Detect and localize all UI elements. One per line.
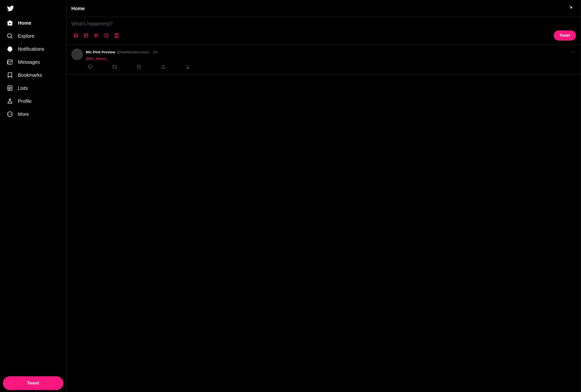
tweet-username: @NotARealAccount — [117, 50, 149, 54]
heart-icon — [136, 64, 142, 69]
analytics-button[interactable] — [184, 63, 192, 70]
lists-icon — [7, 85, 13, 91]
tweet-header: Mic Pink Preview @NotARealAccount · 2m ·… — [86, 48, 576, 55]
twitter-bird-icon — [7, 5, 14, 12]
sidebar-item-bookmarks-label: Bookmarks — [18, 72, 42, 78]
tweet-body: @Kit_Mason_ — [86, 56, 576, 61]
sidebar-item-home-label: Home — [18, 20, 32, 26]
schedule-tool-button[interactable] — [112, 31, 121, 40]
sidebar-item-messages-label: Messages — [18, 59, 40, 65]
share-button[interactable] — [159, 63, 168, 70]
bookmark-icon — [7, 72, 13, 78]
tweet-meta: Mic Pink Preview @NotARealAccount · 2m — [86, 50, 158, 54]
tweet-actions — [86, 63, 192, 70]
main-nav: Home Explore Notifications Messages — [3, 17, 63, 373]
sidebar-item-profile[interactable]: Profile — [3, 95, 36, 107]
compose-tools — [71, 31, 121, 40]
compose-toolbar: Tweet — [71, 30, 576, 40]
image-tool-button[interactable] — [71, 31, 80, 40]
sidebar-item-lists[interactable]: Lists — [3, 82, 32, 94]
retweet-icon — [112, 64, 117, 69]
sidebar-item-messages[interactable]: Messages — [3, 56, 44, 68]
sidebar-item-bookmarks[interactable]: Bookmarks — [3, 69, 46, 81]
mail-icon — [7, 59, 13, 65]
sparkle-button[interactable] — [567, 4, 576, 13]
sidebar-item-home[interactable]: Home — [3, 17, 35, 29]
sidebar-item-lists-label: Lists — [18, 85, 28, 91]
poll-tool-button[interactable] — [92, 31, 101, 40]
explore-icon — [7, 33, 13, 39]
sidebar-item-notifications-label: Notifications — [18, 46, 44, 52]
reply-button[interactable] — [86, 63, 94, 70]
compose-input-row: What's happening? — [71, 21, 576, 26]
emoji-tool-button[interactable] — [102, 31, 111, 40]
sparkle-icon — [569, 6, 574, 11]
retweet-button[interactable] — [110, 63, 119, 70]
home-icon — [7, 20, 13, 26]
tweet-dot: · — [150, 50, 151, 54]
tweet-content: Mic Pink Preview @NotARealAccount · 2m ·… — [86, 48, 576, 70]
schedule-icon — [114, 33, 119, 38]
bell-icon — [7, 46, 13, 52]
tweet-button-compose[interactable]: Tweet — [554, 30, 576, 40]
gif-tool-button[interactable] — [82, 31, 91, 40]
poll-icon — [94, 33, 99, 38]
more-circle-icon — [7, 111, 13, 117]
image-icon — [73, 33, 78, 38]
sidebar-item-explore[interactable]: Explore — [3, 30, 38, 42]
person-icon — [7, 98, 13, 104]
analytics-icon — [185, 64, 190, 69]
share-icon — [161, 64, 166, 69]
reply-icon — [88, 64, 92, 69]
sidebar-item-profile-label: Profile — [18, 98, 32, 104]
tweet-more-button[interactable]: ··· — [570, 48, 576, 55]
twitter-logo[interactable] — [3, 2, 16, 16]
emoji-icon — [104, 33, 109, 38]
sidebar: Home Explore Notifications Messages — [0, 0, 66, 392]
sidebar-item-explore-label: Explore — [18, 33, 34, 39]
page-title: Home — [71, 6, 85, 11]
main-content: Home What's happening? — [66, 0, 581, 392]
compose-area: What's happening? — [66, 17, 581, 45]
compose-placeholder[interactable]: What's happening? — [71, 21, 576, 26]
tweet-time: 2m — [153, 50, 158, 54]
sidebar-item-notifications[interactable]: Notifications — [3, 43, 48, 55]
sidebar-item-more-label: More — [18, 112, 29, 117]
sidebar-item-more[interactable]: More — [3, 108, 33, 120]
tweet-display-name: Mic Pink Preview — [86, 50, 115, 54]
main-header: Home — [66, 0, 581, 17]
tweet-button-sidebar[interactable]: Tweet — [3, 376, 63, 390]
avatar — [71, 48, 83, 60]
gif-icon — [84, 33, 89, 38]
like-button[interactable] — [134, 63, 143, 70]
table-row[interactable]: Mic Pink Preview @NotARealAccount · 2m ·… — [66, 45, 581, 74]
